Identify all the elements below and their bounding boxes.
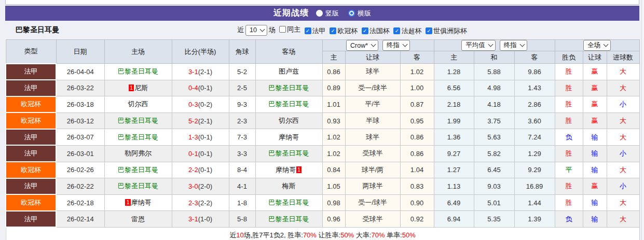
checkbox-icon[interactable]: ✓	[393, 27, 400, 34]
avg-odds-away: 1.43	[514, 80, 555, 96]
team-link[interactable]: 梅斯	[282, 182, 296, 190]
match-count-select[interactable]: 10	[245, 25, 267, 36]
scope-select-value: 全场	[587, 41, 600, 50]
checkbox-icon[interactable]: ✓	[330, 27, 336, 34]
match-row: 欧冠杯 26-03-18 切尔西 0-3(0-2) 9-3 巴黎圣日耳曼 1.0…	[6, 96, 639, 113]
team-link[interactable]: 巴黎圣日耳曼	[118, 117, 158, 124]
section-titlebar: 近期战绩 竖版 横版	[5, 6, 639, 21]
radio-vertical-label: 竖版	[325, 9, 339, 18]
team-link[interactable]: 巴黎圣日耳曼	[269, 149, 309, 157]
avg-odds-draw: 5.88	[474, 64, 514, 80]
team-link[interactable]: 尼斯	[134, 84, 148, 92]
avg-odds-away: 1.44	[514, 194, 555, 211]
home-team-cell: 勒阿弗尔	[104, 145, 172, 162]
bookmaker-time-select[interactable]: 终指	[382, 40, 410, 51]
league-filter-checkbox[interactable]: ✓ 法国杯	[362, 26, 390, 36]
team-link[interactable]: 巴黎圣日耳曼	[118, 67, 158, 75]
league-badge: 欧冠杯	[6, 112, 56, 129]
avg-odds-away: 9.29	[514, 162, 555, 178]
match-row: 法甲 26-03-22 1尼斯 0-4(0-1) 2-5 巴黎圣日耳曼 0.89…	[6, 80, 639, 96]
handicap-line: 受一/球半	[345, 194, 400, 211]
radio-vertical-layout[interactable]: 竖版	[316, 9, 339, 18]
average-time-select[interactable]: 终指	[500, 40, 527, 51]
team-link[interactable]: 摩纳哥	[276, 166, 296, 174]
avg-odds-home: 1.27	[434, 162, 474, 178]
away-team-cell: 巴黎圣日耳曼	[255, 96, 322, 113]
team-link[interactable]: 巴黎圣日耳曼	[269, 199, 309, 206]
previous-section-edge	[5, 0, 639, 5]
results-tbody: 法甲 26-04-04 巴黎圣日耳曼 3-1(2-1) 5-2 图卢兹 0.86…	[6, 64, 639, 228]
result-winloss: 胜	[555, 96, 583, 113]
league-badge: 法甲	[6, 64, 56, 80]
result-goals: 大	[607, 80, 639, 96]
team-link[interactable]: 摩纳哥	[279, 133, 299, 141]
handicap-odds-away: 0.92	[400, 211, 434, 228]
score-cell: 1-3(0-1)	[172, 129, 229, 146]
away-team-cell: 巴黎圣日耳曼	[255, 145, 322, 162]
checkbox-icon[interactable]	[279, 26, 286, 33]
radio-unselected-icon[interactable]	[316, 10, 323, 17]
halftime-score: (0-1)	[198, 84, 212, 92]
col-type: 类型	[6, 40, 56, 64]
radio-selected-icon[interactable]	[348, 10, 355, 17]
handicap-odds-away: 0.83	[400, 178, 434, 195]
chevron-down-icon	[403, 42, 408, 47]
bookmaker-select[interactable]: Crow*	[346, 40, 378, 51]
team-link[interactable]: 巴黎圣日耳曼	[269, 215, 309, 223]
radio-horizontal-layout[interactable]: 横版	[348, 9, 371, 18]
result-handicap: 赢	[583, 64, 607, 80]
avg-odds-draw: 5.35	[474, 211, 514, 228]
team-link[interactable]: 图卢兹	[279, 67, 299, 75]
team-link[interactable]: 巴黎圣日耳曼	[118, 166, 158, 174]
radio-dot-icon	[350, 12, 353, 15]
bookmaker-time-value: 终指	[387, 41, 400, 50]
checkbox-icon[interactable]: ✓	[305, 27, 311, 34]
avg-odds-draw: 4.98	[474, 80, 514, 96]
average-select[interactable]: 平均值	[461, 40, 496, 51]
team-link[interactable]: 摩纳哥	[131, 199, 152, 206]
league-filter-checkbox[interactable]: 同主	[279, 25, 300, 34]
team-link[interactable]: 巴黎圣日耳曼	[269, 100, 309, 108]
handicap-odds-home: 0.86	[322, 64, 345, 80]
team-link[interactable]: 巴黎圣日耳曼	[118, 182, 158, 190]
summary-segment: 70%	[303, 231, 317, 239]
team-link[interactable]: 巴黎圣日耳曼	[269, 84, 309, 92]
league-filter-checkbox[interactable]: ✓ 世俱洲际杯	[426, 26, 467, 36]
result-winloss: 胜	[555, 178, 583, 195]
handicap-line: 球半	[345, 64, 400, 80]
avg-odds-home: 2.18	[434, 96, 474, 113]
halftime-score: (1-0)	[198, 215, 212, 223]
handicap-line: 半球	[345, 112, 400, 129]
team-link[interactable]: 雷恩	[131, 215, 145, 223]
col-result-goals: 进球数	[607, 51, 639, 64]
team-link[interactable]: 巴黎圣日耳曼	[118, 133, 158, 141]
checkbox-icon[interactable]: ✓	[362, 27, 368, 34]
checkbox-icon[interactable]: ✓	[426, 27, 432, 34]
halftime-score: (2-1)	[198, 117, 212, 125]
result-handicap: 输	[583, 211, 607, 228]
red-card-badge: 1	[125, 199, 130, 206]
match-row: 法甲 26-03-01 勒阿弗尔 0-1(0-1) 3-3 巴黎圣日耳曼 1.0…	[6, 145, 639, 162]
match-date: 26-02-18	[56, 194, 104, 211]
halftime-score: (0-1)	[198, 150, 212, 158]
team-link[interactable]: 切尔西	[128, 100, 148, 108]
result-goals: 大	[607, 112, 639, 129]
handicap-odds-away: 0.86	[400, 145, 434, 162]
checkbox-label: 法超杯	[401, 26, 421, 36]
home-team-cell: 巴黎圣日耳曼	[104, 178, 172, 195]
result-winloss: 胜	[555, 112, 583, 129]
score-cell: 0-4(0-1)	[172, 80, 229, 96]
team-link[interactable]: 切尔西	[279, 117, 299, 124]
league-filter-checkbox[interactable]: ✓ 法甲	[305, 26, 326, 36]
result-goals: 大	[607, 211, 639, 228]
league-badge: 法甲	[6, 178, 56, 195]
league-filter-checkbox[interactable]: ✓ 法超杯	[393, 26, 421, 36]
handicap-odds-away: 0.95	[400, 112, 434, 129]
league-filter-checkbox[interactable]: ✓ 欧冠杯	[330, 26, 358, 36]
scope-select[interactable]: 全场	[583, 40, 611, 51]
red-card-badge: 1	[129, 84, 134, 91]
scrollbar-track[interactable]	[641, 0, 644, 240]
team-link[interactable]: 勒阿弗尔	[125, 149, 152, 157]
summary-segment: 场,胜7平1负2, 胜率:	[244, 231, 303, 239]
fulltime-score: 2-3	[188, 199, 198, 207]
